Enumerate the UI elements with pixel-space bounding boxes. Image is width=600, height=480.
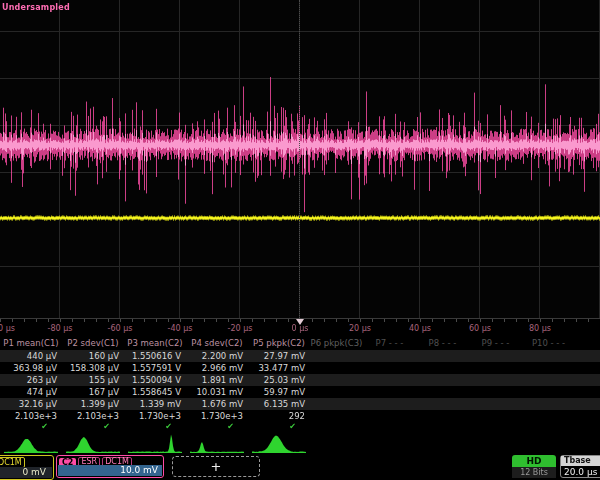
param-header-p6[interactable]: P6 pkpk(C3) — [310, 337, 363, 350]
table-cell — [469, 362, 522, 374]
table-cell: 1.730e+3 — [186, 410, 248, 422]
table-cell: 2.103e+3 — [62, 410, 124, 422]
table-cell: 10.031 mV — [186, 386, 248, 398]
param-header-p5[interactable]: P5 pkpk(C2) — [248, 337, 310, 350]
table-cell — [310, 410, 363, 422]
trigger-marker-icon[interactable] — [296, 319, 304, 325]
max-row: 474 µV 167 µV 1.558645 V 10.031 mV 59.97… — [0, 386, 600, 398]
table-cell: 1.550616 V — [124, 350, 186, 362]
sdev-row: 32.16 µV 1.399 µV 1.339 mV 1.676 mV 6.13… — [0, 398, 600, 410]
table-cell — [522, 398, 575, 410]
c2-volts-div-value[interactable]: 10.0 mV — [58, 465, 162, 476]
table-cell — [416, 362, 469, 374]
value-row: 440 µV 160 µV 1.550616 V 2.200 mV 27.97 … — [0, 350, 600, 362]
table-cell — [363, 410, 416, 422]
table-cell — [363, 350, 416, 362]
table-cell: 32.16 µV — [0, 398, 62, 410]
table-cell — [469, 374, 522, 386]
histicon-p4 — [190, 432, 244, 453]
hd-badge: HD — [512, 455, 556, 467]
table-cell — [310, 422, 363, 432]
c1-volts-div-value: 0 mV — [0, 467, 52, 478]
oscilloscope-screen: Undersampled -100 µs -80 µs -60 µs -40 µ… — [0, 0, 600, 480]
waveform-grid: Undersampled — [0, 0, 600, 318]
table-cell: 160 µV — [62, 350, 124, 362]
status-check-icon: ✔ — [186, 422, 248, 432]
table-cell: 1.399 µV — [62, 398, 124, 410]
table-cell — [522, 386, 575, 398]
x-axis-label: 40 µs — [409, 324, 431, 333]
table-cell: 167 µV — [62, 386, 124, 398]
bits-label: 12 Bits — [512, 467, 556, 478]
table-cell — [469, 398, 522, 410]
trigger-position-line — [299, 0, 300, 318]
param-header-p8[interactable]: P8 - - - — [416, 337, 469, 350]
table-cell — [522, 422, 575, 432]
table-cell — [363, 422, 416, 432]
histicon-p3 — [128, 432, 182, 453]
status-check-icon: ✔ — [0, 422, 62, 432]
timebase-descriptor[interactable]: Tbase 20.0 µs — [560, 455, 600, 478]
channel-c2-descriptor[interactable]: C2 ESR DC1M 10.0 mV — [56, 455, 164, 478]
table-cell: 25.03 mV — [248, 374, 310, 386]
table-cell — [363, 386, 416, 398]
plus-icon: + — [211, 459, 222, 474]
x-axis-label: 80 µs — [529, 324, 551, 333]
table-cell — [469, 386, 522, 398]
table-cell — [310, 374, 363, 386]
table-cell — [469, 410, 522, 422]
param-header-p3[interactable]: P3 mean(C2) — [124, 337, 186, 350]
param-header-p9[interactable]: P9 - - - — [469, 337, 522, 350]
status-check-icon: ✔ — [248, 422, 310, 432]
undersampled-warning: Undersampled — [2, 3, 70, 12]
x-axis-label: -100 µs — [0, 324, 15, 333]
table-cell: 1.557591 V — [124, 362, 186, 374]
table-cell: 2.200 mV — [186, 350, 248, 362]
table-cell: 1.339 mV — [124, 398, 186, 410]
histicon-p1 — [4, 432, 58, 453]
add-trace-button[interactable]: + — [172, 456, 260, 477]
status-check-icon: ✔ — [62, 422, 124, 432]
table-cell: 59.97 mV — [248, 386, 310, 398]
table-cell — [363, 374, 416, 386]
x-axis-label: -80 µs — [48, 324, 73, 333]
table-cell — [310, 398, 363, 410]
tbase-value: 20.0 µs — [561, 466, 600, 477]
table-cell: 363.98 µV — [0, 362, 62, 374]
x-axis-label: -60 µs — [108, 324, 133, 333]
table-cell: 158.308 µV — [62, 362, 124, 374]
channel-c1-descriptor[interactable]: DC1M 0 mV — [0, 455, 54, 480]
table-cell — [469, 350, 522, 362]
acquisition-mode-box[interactable]: HD 12 Bits — [512, 455, 556, 479]
histicon-p2 — [66, 432, 120, 453]
table-cell: 1.676 mV — [186, 398, 248, 410]
param-header-p10[interactable]: P10 - - - — [522, 337, 575, 350]
table-cell: 440 µV — [0, 350, 62, 362]
param-header-p4[interactable]: P4 sdev(C2) — [186, 337, 248, 350]
table-cell — [310, 386, 363, 398]
x-axis-label: 0 µs — [292, 324, 309, 333]
table-cell: 6.135 mV — [248, 398, 310, 410]
table-cell: 155 µV — [62, 374, 124, 386]
table-cell: 27.97 mV — [248, 350, 310, 362]
table-cell — [416, 410, 469, 422]
table-cell — [522, 350, 575, 362]
table-cell — [363, 362, 416, 374]
tbase-label: Tbase — [561, 456, 600, 466]
x-axis-label: 60 µs — [469, 324, 491, 333]
param-header-p2[interactable]: P2 sdev(C1) — [62, 337, 124, 350]
table-cell: 2.103e+3 — [0, 410, 62, 422]
table-cell — [416, 386, 469, 398]
param-header-p7[interactable]: P7 - - - — [363, 337, 416, 350]
histicon-p5 — [252, 432, 306, 453]
histicon-row — [0, 432, 600, 453]
status-check-icon: ✔ — [124, 422, 186, 432]
table-cell: 1.558645 V — [124, 386, 186, 398]
param-header-p1[interactable]: P1 mean(C1) — [0, 337, 62, 350]
status-row: ✔ ✔ ✔ ✔ ✔ — [0, 422, 600, 432]
table-cell: 1.730e+3 — [124, 410, 186, 422]
table-cell: 263 µV — [0, 374, 62, 386]
mean-row: 363.98 µV 158.308 µV 1.557591 V 2.966 mV… — [0, 362, 600, 374]
table-cell: 33.477 mV — [248, 362, 310, 374]
min-row: 263 µV 155 µV 1.550094 V 1.891 mV 25.03 … — [0, 374, 600, 386]
